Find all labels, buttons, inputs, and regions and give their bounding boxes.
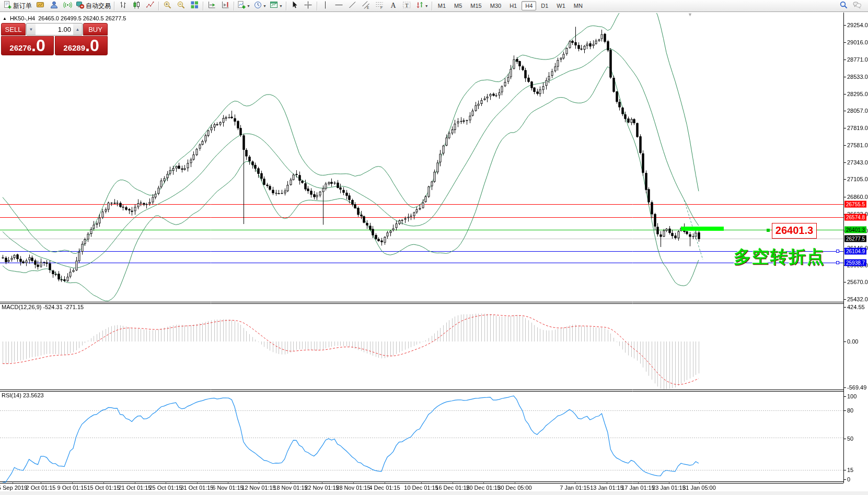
macd-label: MACD(12,26,9) -524.31 -271.15 xyxy=(2,304,84,310)
toolbar-separator xyxy=(114,2,114,10)
text-button[interactable]: A xyxy=(387,0,400,11)
vertical-line-icon xyxy=(321,1,330,11)
toolbar-separator xyxy=(317,2,317,10)
toolbar-separator xyxy=(203,2,203,10)
price-chip: 26755.5 xyxy=(844,201,866,208)
main-toolbar: 新订单自动交易▼▼▼EFAT▼M1M5M15M30H1H4D1W1MN xyxy=(0,0,868,12)
indicator-tick-label: 0 xyxy=(847,476,850,482)
timeframe-H1[interactable]: H1 xyxy=(506,1,520,10)
zoom-in-button[interactable] xyxy=(160,0,174,11)
ohlc-bars-button[interactable] xyxy=(116,0,130,11)
shapes-icon xyxy=(415,1,424,11)
trendline-button[interactable] xyxy=(346,0,360,11)
chevron-down-icon[interactable]: ▼ xyxy=(247,4,250,8)
price-tick-label: 27105.0 xyxy=(847,176,868,182)
autoscroll-icon xyxy=(207,1,216,11)
templates-icon xyxy=(270,1,279,11)
sell-button[interactable]: SELL xyxy=(1,23,26,36)
vertical-line-button[interactable] xyxy=(319,0,332,11)
time-tick-label: 5 Sep 2019 xyxy=(0,485,27,491)
horizontal-line-icon xyxy=(334,1,343,11)
rsi-label: RSI(14) 23.5623 xyxy=(2,392,44,398)
chart-window-button[interactable] xyxy=(33,0,47,11)
volume-field[interactable]: 1.00 xyxy=(36,23,73,35)
candlestick-button[interactable] xyxy=(130,0,143,11)
buy-button[interactable]: BUY xyxy=(83,23,108,36)
chart-shift-icon xyxy=(221,1,230,11)
autotrade-icon xyxy=(76,1,85,11)
price-tick-label: 27343.0 xyxy=(847,159,868,166)
timeframe-MN[interactable]: MN xyxy=(570,1,586,10)
indicators-button[interactable]: ▼ xyxy=(236,0,252,11)
autotrade-button[interactable]: 自动交易 xyxy=(74,0,112,11)
turning-point-annotation[interactable]: 多空转折点 xyxy=(734,245,825,269)
timeframe-W1[interactable]: W1 xyxy=(553,1,569,10)
new-order-button[interactable]: 新订单 xyxy=(2,0,33,11)
window-bottom-strip xyxy=(0,491,868,495)
autoscroll-button[interactable] xyxy=(205,0,218,11)
timeframe-M5[interactable]: M5 xyxy=(450,1,466,10)
chevron-down-icon[interactable]: ▼ xyxy=(425,4,429,8)
fibonacci-button[interactable]: F xyxy=(373,0,387,11)
sell-price-button[interactable]: 26276 .0 xyxy=(1,36,54,55)
chart-shift-marker-icon[interactable]: ▼ xyxy=(688,12,692,17)
time-tick-label: 2 Oct 01:15 xyxy=(26,485,56,491)
tile-windows-icon xyxy=(190,1,199,11)
search-button[interactable] xyxy=(837,0,850,11)
new-order-label: 新订单 xyxy=(13,2,32,10)
line-chart-button[interactable] xyxy=(143,0,157,11)
signals-icon xyxy=(63,1,72,11)
timeframe-M15[interactable]: M15 xyxy=(467,1,485,10)
templates-button[interactable]: ▼ xyxy=(268,0,284,11)
indicator-tick-label: 80 xyxy=(847,407,853,414)
navigator-button[interactable] xyxy=(47,0,61,11)
toolbar-separator xyxy=(158,2,159,10)
new-order-icon xyxy=(3,1,12,11)
price-chip: 25938.7 xyxy=(844,260,866,266)
timeframe-H4[interactable]: H4 xyxy=(522,1,536,10)
chevron-down-icon[interactable]: ▼ xyxy=(263,4,267,8)
price-chip: 26574.8 xyxy=(844,214,866,221)
timeframe-M1[interactable]: M1 xyxy=(434,1,449,10)
price-tick-label: 28295.0 xyxy=(847,91,868,97)
label-icon: T xyxy=(402,1,411,11)
autotrade-label: 自动交易 xyxy=(86,2,111,10)
crosshair-button[interactable] xyxy=(302,0,315,11)
price-tick-label: 29254.0 xyxy=(847,22,868,28)
chart-shift-button[interactable] xyxy=(218,0,232,11)
periods-button[interactable]: ▼ xyxy=(252,0,268,11)
time-tick-label: 20 Dec 01:15 xyxy=(466,485,500,491)
shapes-button[interactable]: ▼ xyxy=(414,0,430,11)
svg-text:A: A xyxy=(391,1,397,9)
volume-up-button[interactable]: ▲ xyxy=(73,23,82,35)
channel-button[interactable]: E xyxy=(360,0,373,11)
timeframe-D1[interactable]: D1 xyxy=(537,1,552,10)
time-tick-label: 16 Dec 01:15 xyxy=(435,485,469,491)
volume-down-button[interactable]: ▼ xyxy=(27,23,36,35)
signals-button[interactable] xyxy=(61,0,74,11)
tile-windows-button[interactable] xyxy=(188,0,201,11)
zoom-out-button[interactable] xyxy=(174,0,188,11)
cursor-button[interactable] xyxy=(288,0,302,11)
ohlc-values: 26465.0 26499.5 26240.5 26277.5 xyxy=(38,15,126,21)
price-annotation-box[interactable]: 26401.3 xyxy=(772,223,817,239)
buy-price-button[interactable]: 26289 .0 xyxy=(55,36,108,55)
channel-icon: E xyxy=(362,1,371,11)
time-tick-label: 25 Oct 01:15 xyxy=(149,485,182,491)
time-tick-label: 15 Oct 01:15 xyxy=(87,485,120,491)
price-tick-label: 28533.0 xyxy=(847,74,868,80)
terminal-window: { "toolbar": { "groups": [ [ {"icon":"ne… xyxy=(0,0,868,495)
price-tick-label: 27819.0 xyxy=(847,125,868,131)
toolbar-separator xyxy=(286,2,286,10)
candlestick-icon xyxy=(132,1,141,11)
indicator-tick-label: 0.00 xyxy=(847,338,858,345)
indicator-tick-label: 15 xyxy=(847,467,853,473)
chevron-down-icon[interactable]: ▼ xyxy=(279,4,283,8)
chat-button[interactable] xyxy=(850,0,864,11)
sell-price-main: 26276 xyxy=(9,43,31,52)
label-button[interactable]: T xyxy=(400,0,414,11)
horizontal-line-button[interactable] xyxy=(332,0,346,11)
price-tick-label: 28771.0 xyxy=(847,56,868,63)
timeframe-M30[interactable]: M30 xyxy=(487,1,505,10)
time-tick-label: 23 Jan 01:15 xyxy=(652,485,686,491)
